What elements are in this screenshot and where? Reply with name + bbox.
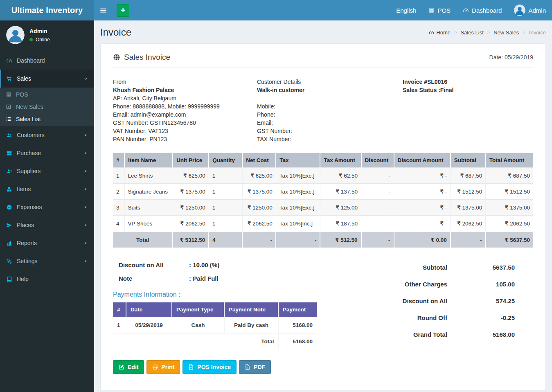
cell: ₹ 1512.50: [486, 184, 533, 200]
cell: 1: [209, 168, 242, 184]
sidebar-item-new-sales[interactable]: New Sales: [0, 101, 94, 113]
summary-grand-total: Grand Total 5168.00: [367, 331, 515, 338]
nav-dashboard[interactable]: Dashboard: [457, 0, 508, 20]
cell: ₹ 2062.50: [451, 216, 486, 232]
breadcrumb-current: Invoice: [529, 29, 546, 36]
nav-user[interactable]: Admin: [508, 0, 552, 20]
book-icon: [6, 276, 17, 282]
cell: ₹ 1375.00: [242, 184, 276, 200]
summary-other-charges: Other Charges 105.00: [367, 281, 515, 288]
sidebar-item-reports[interactable]: Reports: [0, 234, 94, 252]
cell: 4: [113, 216, 124, 232]
cell: Tax 10%[Exc.]: [276, 184, 320, 200]
cell: ₹ 2062.50: [486, 216, 533, 232]
cell: 4: [209, 232, 242, 248]
summary-subtotal: Subtotal 5637.50: [367, 264, 515, 271]
chevron-left-icon: [83, 241, 88, 246]
items-header-row: # Item Name Unit Price Quantity Net Cost…: [113, 153, 533, 168]
online-status-icon: [29, 38, 33, 41]
sidebar-item-pos[interactable]: POS: [0, 88, 94, 101]
payment-row: 1 05/29/2019 Cash Paid By cash 5168.00: [113, 317, 317, 333]
navbar-right-menu: English POS Dashboard Admin: [390, 0, 552, 20]
calculator-icon: [6, 92, 16, 97]
pos-invoice-button[interactable]: POS Invoice: [182, 360, 237, 374]
content-header: Invoice Home > Sales List > New Sales > …: [94, 20, 552, 43]
globe-icon: [113, 54, 120, 61]
seller-name: Khush Fashion Palace: [113, 86, 257, 94]
sidebar-item-expenses[interactable]: Expenses: [0, 198, 94, 216]
customer-info: Customer Details Walk-in customer Mobile…: [257, 78, 403, 143]
item-row: 2 Signature Jeans ₹ 1375.00 1 ₹ 1375.00 …: [113, 184, 533, 200]
sidebar-item-sales[interactable]: Sales: [0, 70, 94, 88]
sidebar-user-panel: Admin Online: [0, 20, 94, 49]
sidebar-item-places[interactable]: Places: [0, 216, 94, 234]
cell: -: [361, 200, 394, 216]
invoice-number: Invoice #SL0016: [403, 78, 533, 86]
action-buttons: Edit Print POS Invoice: [113, 360, 342, 374]
cell: 5168.00: [278, 317, 317, 333]
user-avatar-icon[interactable]: [6, 26, 25, 44]
cell: Signature Jeans: [124, 184, 173, 200]
sidebar-item-settings[interactable]: Settings: [0, 252, 94, 270]
nav-pos[interactable]: POS: [422, 0, 457, 20]
sidebar-toggle-button[interactable]: [94, 0, 113, 20]
breadcrumb-home[interactable]: Home: [429, 29, 451, 36]
chevron-left-icon: [83, 205, 88, 210]
cell: ₹ 1375.00: [486, 200, 533, 216]
sidebar-user-status[interactable]: Online: [29, 37, 50, 43]
sidebar-user-name: Admin: [29, 28, 50, 34]
col-header: Quantity: [209, 153, 242, 168]
breadcrumb-separator: >: [487, 30, 490, 35]
col-header: Payment Note: [224, 302, 278, 317]
chevron-left-icon: [83, 169, 88, 173]
minus-circle-icon: [6, 204, 17, 210]
breadcrumb-separator: >: [454, 30, 457, 35]
paper-plane-icon: [6, 222, 17, 228]
sidebar-item-dashboard[interactable]: Dashboard: [0, 52, 94, 70]
edit-button[interactable]: Edit: [113, 360, 144, 374]
file-text-icon: [188, 364, 194, 370]
cart-icon: [6, 76, 17, 82]
payments-table: # Date Payment Type Payment Note Payment…: [113, 302, 317, 349]
chevron-down-icon: [83, 77, 88, 81]
cell: ₹ -: [394, 200, 451, 216]
payments-header-row: # Date Payment Type Payment Note Payment: [113, 302, 317, 317]
print-button[interactable]: Print: [146, 360, 180, 374]
users-icon: [6, 132, 17, 138]
cell: -: [361, 168, 394, 184]
col-header: Payment: [278, 302, 317, 317]
col-header: #: [113, 302, 126, 317]
sidebar-item-sales-list[interactable]: Sales List: [0, 113, 94, 125]
cell: ₹ 625.00: [242, 168, 276, 184]
cell: ₹ 512.50: [320, 232, 361, 248]
invoice-summary: Subtotal 5637.50 Other Charges 105.00 Di…: [342, 260, 533, 374]
sidebar-item-suppliers[interactable]: Suppliers: [0, 162, 94, 180]
cell: Lee Shirts: [124, 168, 173, 184]
app-brand[interactable]: Ultimate Inventory: [0, 0, 94, 20]
pdf-button[interactable]: PDF: [239, 360, 271, 374]
item-row: 3 Suits ₹ 1250.00 1 ₹ 1250.00 Tax 10%[Ex…: [113, 200, 533, 216]
cell: ₹ 5312.50: [173, 232, 209, 248]
chevron-left-icon: [83, 223, 88, 228]
breadcrumb-sales-list[interactable]: Sales List: [460, 29, 483, 36]
calculator-icon: [428, 7, 435, 14]
cell: -: [451, 232, 486, 248]
item-row: 1 Lee Shirts ₹ 625.00 1 ₹ 625.00 Tax 10%…: [113, 168, 533, 184]
breadcrumb-new-sales[interactable]: New Sales: [493, 29, 519, 36]
sales-status: Sales Status :Final: [403, 86, 533, 94]
discount-on-all-row: Discount on All : 10.00 (%): [119, 261, 342, 268]
quick-add-button[interactable]: +: [117, 4, 129, 17]
sidebar-item-help[interactable]: Help: [0, 270, 94, 288]
sidebar-item-customers[interactable]: Customers: [0, 126, 94, 144]
cell-total-label: Total: [113, 232, 173, 248]
printer-icon: [152, 364, 158, 370]
sidebar-item-items[interactable]: Items: [0, 180, 94, 198]
nav-language[interactable]: English: [390, 0, 422, 20]
cell: 1: [113, 317, 126, 333]
dashboard-gauge-icon: [463, 7, 469, 14]
cell: Cash: [172, 317, 224, 333]
summary-discount-on-all: Discount on All 574.25: [367, 297, 515, 304]
sales-submenu: POS New Sales Sales List: [0, 88, 94, 126]
cell: 1: [209, 216, 242, 232]
sidebar-item-purchase[interactable]: Purchase: [0, 144, 94, 162]
